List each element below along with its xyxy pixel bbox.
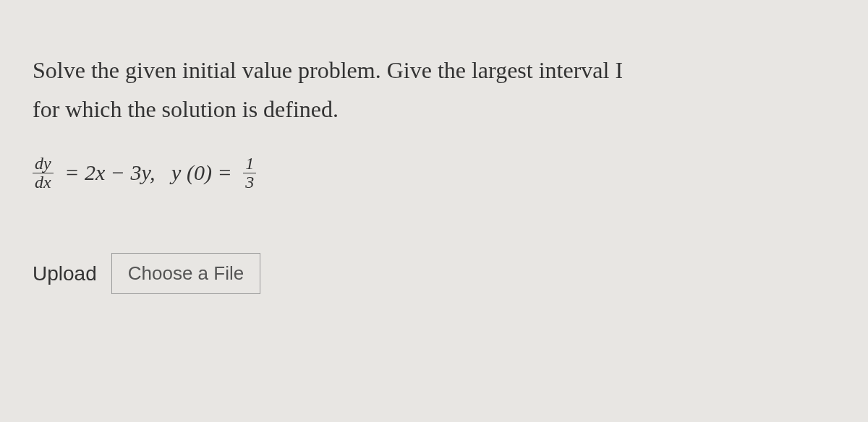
equation: dy dx = 2x − 3y, y (0) = 1 3 — [33, 155, 835, 191]
frac-denominator: dx — [33, 173, 54, 191]
problem-statement: Solve the given initial value problem. G… — [33, 51, 835, 129]
upload-label: Upload — [33, 262, 97, 285]
frac-denominator: 3 — [243, 173, 256, 191]
problem-line-2: for which the solution is defined. — [33, 90, 835, 129]
equation-body: = 2x − 3y, y (0) = — [59, 160, 238, 185]
problem-line-1: Solve the given initial value problem. G… — [33, 51, 835, 90]
one-third-fraction: 1 3 — [243, 155, 256, 191]
frac-numerator: 1 — [243, 155, 256, 173]
choose-file-button[interactable]: Choose a File — [111, 253, 260, 294]
frac-numerator: dy — [33, 155, 54, 173]
dy-dx-fraction: dy dx — [33, 155, 54, 191]
upload-section: Upload Choose a File — [33, 253, 835, 294]
